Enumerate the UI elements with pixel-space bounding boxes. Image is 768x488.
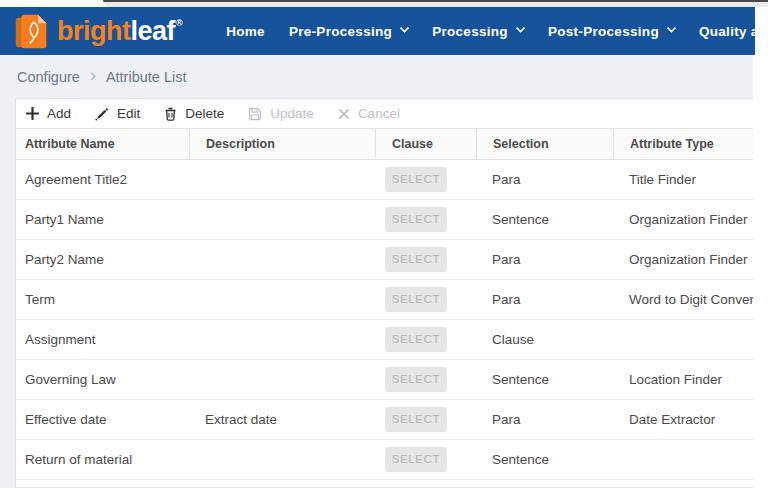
table-row[interactable]: Return of material SELECT Sentence xyxy=(16,440,753,480)
select-clause-button: SELECT xyxy=(385,327,447,352)
table-row[interactable]: Governing Law SELECT Sentence Location F… xyxy=(16,360,753,400)
browser-chrome-tab xyxy=(103,0,768,7)
cell-attribute-type: Organization Finder xyxy=(613,212,753,227)
select-clause-button: SELECT xyxy=(385,447,447,472)
cell-attribute-type: Word to Digit Converter xyxy=(613,292,753,307)
nav-item-post-processing[interactable]: Post-Processing xyxy=(548,24,675,39)
brightleaf-logo[interactable]: brightleaf® xyxy=(13,13,182,50)
table-header: Attribute Name Description Clause Select… xyxy=(16,129,753,160)
edit-button[interactable]: Edit xyxy=(95,106,140,121)
chevron-down-icon xyxy=(666,23,676,33)
chevron-down-icon xyxy=(515,23,525,33)
column-header-clause[interactable]: Clause xyxy=(375,129,476,159)
brightleaf-logo-text: brightleaf® xyxy=(57,16,182,47)
update-button: Update xyxy=(248,106,314,121)
cell-attribute-type: Organization Finder xyxy=(613,252,753,267)
cell-attribute-name: Party1 Name xyxy=(16,212,189,227)
cell-selection: Sentence xyxy=(476,452,613,467)
breadcrumb: Configure › Attribute List xyxy=(0,55,753,98)
select-clause-button: SELECT xyxy=(385,167,447,192)
select-clause-button: SELECT xyxy=(385,247,447,272)
table-row[interactable]: Assignment SELECT Clause xyxy=(16,320,753,360)
cell-selection: Clause xyxy=(476,332,613,347)
column-header-attribute-type[interactable]: Attribute Type xyxy=(613,129,753,159)
nav-item-processing[interactable]: Processing xyxy=(432,24,524,39)
cell-description: Extract date xyxy=(189,412,375,427)
column-header-description[interactable]: Description xyxy=(189,129,375,159)
nav-item-home[interactable]: Home xyxy=(226,24,265,39)
cell-attribute-name: Effective date xyxy=(16,412,189,427)
select-clause-button: SELECT xyxy=(385,407,447,432)
cell-selection: Para xyxy=(476,292,613,307)
registered-trademark: ® xyxy=(176,18,182,28)
x-icon xyxy=(338,108,350,120)
nav-item-pre-processing[interactable]: Pre-Processing xyxy=(289,24,408,39)
table-row[interactable]: Agreement Title2 SELECT Para Title Finde… xyxy=(16,160,753,200)
cell-selection: Sentence xyxy=(476,212,613,227)
column-header-selection[interactable]: Selection xyxy=(476,129,613,159)
browser-chrome-strip xyxy=(0,0,768,7)
table-row[interactable]: Effective date Extract date SELECT Para … xyxy=(16,400,753,440)
cell-attribute-name: Assignment xyxy=(16,332,189,347)
table-row[interactable]: Term SELECT Para Word to Digit Converter xyxy=(16,280,753,320)
cell-attribute-type: Date Extractor xyxy=(613,412,753,427)
breadcrumb-item-attribute-list: Attribute List xyxy=(106,69,187,85)
delete-button[interactable]: Delete xyxy=(164,106,224,121)
pencil-icon xyxy=(95,107,109,121)
cell-attribute-name: Governing Law xyxy=(16,372,189,387)
breadcrumb-item-configure[interactable]: Configure xyxy=(17,69,80,85)
cell-attribute-name: Return of material xyxy=(16,452,189,467)
add-button[interactable]: Add xyxy=(26,106,71,121)
table-row[interactable]: Party2 Name SELECT Para Organization Fin… xyxy=(16,240,753,280)
select-clause-button: SELECT xyxy=(385,367,447,392)
select-clause-button: SELECT xyxy=(385,287,447,312)
grid-toolbar: Add Edit xyxy=(16,99,753,129)
column-header-attribute-name[interactable]: Attribute Name xyxy=(16,129,189,159)
table-row[interactable]: Party1 Name SELECT Sentence Organization… xyxy=(16,200,753,240)
cell-attribute-type: Location Finder xyxy=(613,372,753,387)
cell-attribute-name: Agreement Title2 xyxy=(16,172,189,187)
nav-item-quality-and-reports[interactable]: Quality and Reports xyxy=(699,24,755,39)
cell-selection: Para xyxy=(476,172,613,187)
cell-selection: Para xyxy=(476,252,613,267)
cell-attribute-name: Term xyxy=(16,292,189,307)
cancel-button: Cancel xyxy=(338,106,400,121)
top-navbar: brightleaf® Home Pre-Processing Processi… xyxy=(0,7,755,55)
cell-attribute-name: Party2 Name xyxy=(16,252,189,267)
nav-menu: Home Pre-Processing Processing Post-Proc… xyxy=(202,24,755,39)
content-area: Configure › Attribute List Add xyxy=(0,55,753,488)
breadcrumb-separator: › xyxy=(90,65,96,88)
cell-selection: Para xyxy=(476,412,613,427)
plus-icon xyxy=(26,107,39,120)
save-icon xyxy=(248,107,262,121)
page: brightleaf® Home Pre-Processing Processi… xyxy=(0,0,768,488)
select-clause-button: SELECT xyxy=(385,207,447,232)
cell-attribute-type: Title Finder xyxy=(613,172,753,187)
attribute-list-card: Add Edit xyxy=(15,98,753,488)
trash-icon xyxy=(164,107,177,121)
brightleaf-logo-icon xyxy=(13,13,50,50)
cell-selection: Sentence xyxy=(476,372,613,387)
chevron-down-icon xyxy=(400,23,410,33)
